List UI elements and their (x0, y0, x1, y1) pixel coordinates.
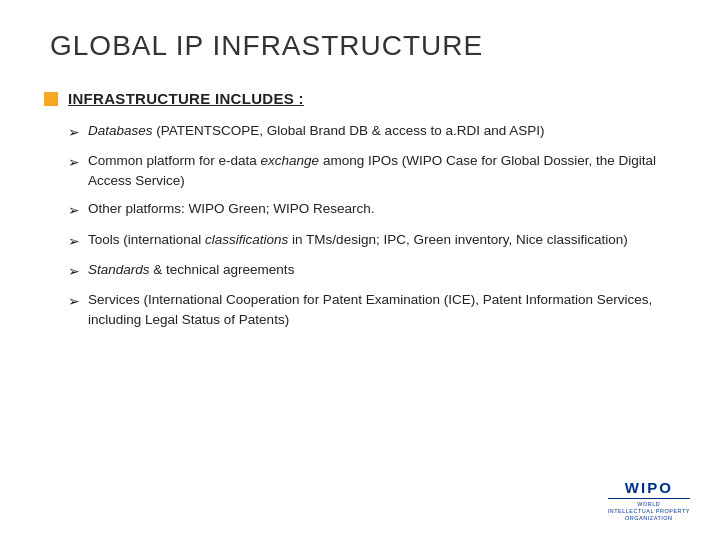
item-text: Tools (international classifications in … (88, 230, 680, 250)
item-text: Other platforms: WIPO Green; WIPO Resear… (88, 199, 680, 219)
bullet-list: ➢ Databases (PATENTSCOPE, Global Brand D… (68, 121, 680, 329)
list-item: ➢ Services (International Cooperation fo… (68, 290, 680, 329)
wipo-logo-line2: INTELLECTUAL PROPERTY (608, 508, 690, 515)
arrow-icon: ➢ (68, 291, 80, 311)
wipo-logo-text-main: WIPO (608, 479, 690, 496)
logo-divider (608, 498, 690, 499)
section-title: INFRASTRUCTURE INCLUDES : (68, 90, 304, 107)
wipo-logo: WIPO WORLD INTELLECTUAL PROPERTY ORGANIZ… (608, 479, 690, 522)
slide-title: GLOBAL IP INFRASTRUCTURE (50, 30, 680, 62)
arrow-icon: ➢ (68, 231, 80, 251)
item-text: Common platform for e-data exchange amon… (88, 151, 680, 190)
list-item: ➢ Databases (PATENTSCOPE, Global Brand D… (68, 121, 680, 142)
wipo-logo-line1: WORLD (608, 501, 690, 508)
arrow-icon: ➢ (68, 152, 80, 172)
item-text: Standards & technical agreements (88, 260, 680, 280)
list-item: ➢ Tools (international classifications i… (68, 230, 680, 251)
item-text: Services (International Cooperation for … (88, 290, 680, 329)
wipo-logo-line3: ORGANIZATION (608, 515, 690, 522)
arrow-icon: ➢ (68, 261, 80, 281)
slide: GLOBAL IP INFRASTRUCTURE INFRASTRUCTURE … (0, 0, 720, 540)
list-item: ➢ Standards & technical agreements (68, 260, 680, 281)
list-item: ➢ Other platforms: WIPO Green; WIPO Rese… (68, 199, 680, 220)
arrow-icon: ➢ (68, 122, 80, 142)
yellow-square-icon (44, 92, 58, 106)
section-header: INFRASTRUCTURE INCLUDES : (44, 90, 680, 107)
arrow-icon: ➢ (68, 200, 80, 220)
list-item: ➢ Common platform for e-data exchange am… (68, 151, 680, 190)
item-text: Databases (PATENTSCOPE, Global Brand DB … (88, 121, 680, 141)
